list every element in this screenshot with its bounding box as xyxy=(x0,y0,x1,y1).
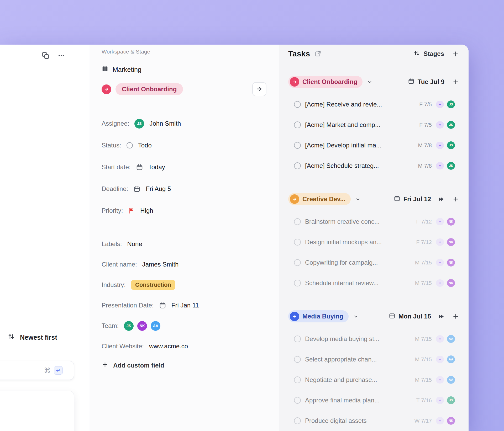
stage-date[interactable]: Fri Jul 12 xyxy=(394,195,431,203)
task-row[interactable]: Produce digital assets W 7/17 ✦ NK xyxy=(294,414,455,427)
field-value: Fri Jan 11 xyxy=(171,302,199,309)
ai-sparkle-icon: ✦ xyxy=(436,162,444,169)
stage-date[interactable]: Mon Jul 15 xyxy=(389,312,431,321)
tasks-title: Tasks xyxy=(288,49,310,58)
task-checkbox[interactable] xyxy=(294,356,301,363)
task-checkbox[interactable] xyxy=(294,142,301,149)
field-row-start-date[interactable]: Start date: Today xyxy=(102,161,279,173)
task-row[interactable]: [Acme] Receive and revie... F 7/5 ✦ JS xyxy=(294,98,455,111)
open-tasks-button[interactable] xyxy=(314,50,321,57)
task-checkbox[interactable] xyxy=(294,218,301,225)
field-row-client-name[interactable]: Client name: James Smith xyxy=(102,258,279,271)
stage-pill[interactable]: Media Buying xyxy=(288,310,349,322)
open-stage-button[interactable] xyxy=(252,82,266,96)
task-checkbox[interactable] xyxy=(294,101,301,108)
stage-section-media-buying: Media Buying Mon Jul 15 xyxy=(288,310,459,323)
field-row-presentation-date[interactable]: Presentation Date: Fri Jan 11 xyxy=(102,299,279,312)
field-row-deadline[interactable]: Deadline: Fri Aug 5 xyxy=(102,183,279,195)
task-checkbox[interactable] xyxy=(294,259,301,266)
left-sidebar: Newest first ⌘ ↵ xyxy=(0,45,89,431)
stage-arrow-icon xyxy=(102,84,111,94)
task-row[interactable]: Schedule internal review... M 7/15 ✦ NK xyxy=(294,277,455,289)
copy-icon xyxy=(42,52,49,60)
task-due-date: M 7/15 xyxy=(415,356,432,363)
add-section-button[interactable] xyxy=(452,50,459,57)
stage-row: Client Onboarding xyxy=(102,83,279,95)
field-row-priority[interactable]: Priority: High xyxy=(102,204,279,217)
chevron-down-icon[interactable] xyxy=(353,314,358,319)
calendar-icon xyxy=(389,312,395,321)
preview-card[interactable] xyxy=(0,391,74,431)
task-row[interactable]: Design initial mockups an... F 7/12 ✦ NK xyxy=(294,236,455,248)
task-due-date: F 7/5 xyxy=(419,101,432,108)
sort-arrows-icon xyxy=(7,333,15,342)
add-task-button[interactable] xyxy=(452,78,459,85)
screen: Newest first ⌘ ↵ Workspace & Stage Marke… xyxy=(0,0,504,431)
field-row-status[interactable]: Status: Todo xyxy=(102,139,279,152)
task-row[interactable]: Brainstorm creative conc... F 7/12 ✦ NK xyxy=(294,215,455,228)
task-row[interactable]: Copywriting for campaig... M 7/15 ✦ NK xyxy=(294,256,455,269)
task-checkbox[interactable] xyxy=(294,280,301,286)
ai-sparkle-icon: ✦ xyxy=(436,335,444,343)
assignee-avatar: JS xyxy=(134,119,144,129)
task-due-date: M 7/8 xyxy=(418,163,432,169)
task-title: Approve final media plan... xyxy=(305,397,416,404)
add-task-button[interactable] xyxy=(452,196,459,203)
priority-flag-icon xyxy=(128,207,135,214)
stage-section-client-onboarding: Client Onboarding Tue Jul 9 xyxy=(288,76,459,88)
stages-label: Stages xyxy=(423,50,444,57)
comment-input[interactable]: ⌘ ↵ xyxy=(0,361,74,380)
field-row-client-website[interactable]: Client Website: www.acme.co xyxy=(102,340,279,353)
stage-pill-label: Client Onboarding xyxy=(302,78,357,86)
stage-pill[interactable]: Creative Dev... xyxy=(288,193,351,205)
stage-pill[interactable]: Client Onboarding xyxy=(116,83,183,95)
field-row-assignee[interactable]: Assignee: JS John Smith xyxy=(102,117,279,130)
stage-pill[interactable]: Client Onboarding xyxy=(288,76,363,88)
fast-forward-icon[interactable] xyxy=(438,196,444,203)
team-avatar: JS xyxy=(124,321,134,331)
client-website-link[interactable]: www.acme.co xyxy=(149,343,188,350)
field-value: Today xyxy=(148,163,165,171)
status-todo-icon xyxy=(127,142,133,148)
task-row[interactable]: [Acme] Develop initial ma... M 7/8 ✦ JS xyxy=(294,139,455,152)
sort-order-control[interactable]: Newest first xyxy=(7,331,57,344)
task-checkbox[interactable] xyxy=(294,162,301,169)
more-button[interactable] xyxy=(55,50,67,62)
stages-sort-control[interactable]: Stages xyxy=(413,50,444,58)
task-due-date: M 7/15 xyxy=(415,280,432,286)
task-checkbox[interactable] xyxy=(294,417,301,424)
chevron-down-icon[interactable] xyxy=(355,197,360,202)
team-avatars: JS NK AA xyxy=(124,321,160,331)
task-row[interactable]: Develop media buying st... M 7/15 ✦ AA xyxy=(294,333,455,345)
assignee-avatar: JS xyxy=(447,100,455,108)
task-checkbox[interactable] xyxy=(294,397,301,404)
task-checkbox[interactable] xyxy=(294,376,301,383)
ai-sparkle-icon: ✦ xyxy=(436,356,444,363)
task-row[interactable]: [Acme] Market and comp... F 7/5 ✦ JS xyxy=(294,119,455,131)
fast-forward-icon[interactable] xyxy=(438,313,444,320)
workspace-selector[interactable]: Marketing xyxy=(102,65,279,74)
field-row-industry[interactable]: Industry: Construction xyxy=(102,279,279,291)
task-checkbox[interactable] xyxy=(294,336,301,342)
ai-sparkle-icon: ✦ xyxy=(436,417,444,424)
task-row[interactable]: Approve final media plan... T 7/16 ✦ JS xyxy=(294,394,455,407)
industry-tag[interactable]: Construction xyxy=(131,280,175,290)
add-custom-field-button[interactable]: Add custom field xyxy=(102,359,279,372)
stage-pill-label: Creative Dev... xyxy=(302,195,345,203)
stage-date[interactable]: Tue Jul 9 xyxy=(408,78,444,86)
details-panel: Workspace & Stage Marketing Client Onboa… xyxy=(90,45,279,431)
field-row-labels[interactable]: Labels: None xyxy=(102,238,279,250)
field-row-team[interactable]: Team: JS NK AA xyxy=(102,320,279,332)
assignee-avatar: JS xyxy=(447,121,455,129)
task-checkbox[interactable] xyxy=(294,239,301,246)
chevron-down-icon[interactable] xyxy=(367,79,372,84)
arrow-right-icon xyxy=(256,86,263,93)
task-row[interactable]: [Acme] Schedule strateg... M 7/8 ✦ JS xyxy=(294,159,455,172)
ai-sparkle-icon: ✦ xyxy=(436,279,444,287)
task-row[interactable]: Select appropriate chan... M 7/15 ✦ AA xyxy=(294,353,455,366)
add-task-button[interactable] xyxy=(452,313,459,320)
copy-button[interactable] xyxy=(39,50,51,62)
task-checkbox[interactable] xyxy=(294,121,301,128)
task-row[interactable]: Negotiate and purchase... M 7/15 ✦ AA xyxy=(294,374,455,386)
ai-sparkle-icon: ✦ xyxy=(436,142,444,149)
